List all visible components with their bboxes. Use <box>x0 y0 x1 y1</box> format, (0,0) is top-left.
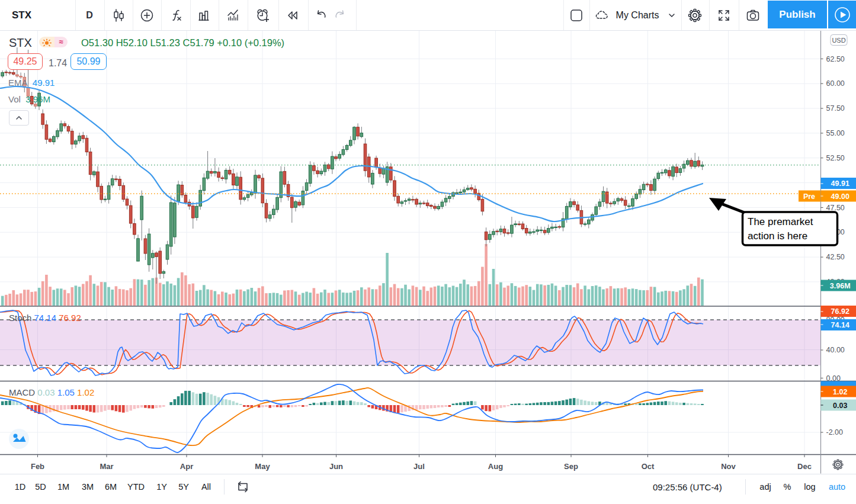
svg-text:Feb: Feb <box>31 462 44 471</box>
svg-text:Pre: Pre <box>803 192 815 201</box>
svg-text:74.14: 74.14 <box>831 321 849 329</box>
svg-text:57.50: 57.50 <box>826 104 845 113</box>
svg-text:Jul: Jul <box>413 462 425 471</box>
svg-text:40.00: 40.00 <box>826 346 845 354</box>
svg-text:Mar: Mar <box>100 462 113 471</box>
svg-text:Sep: Sep <box>564 462 578 471</box>
svg-text:1.02: 1.02 <box>833 388 847 396</box>
svg-text:USD: USD <box>832 37 845 44</box>
svg-text:52.50: 52.50 <box>826 154 845 162</box>
svg-text:42.50: 42.50 <box>826 253 845 261</box>
svg-text:Oct: Oct <box>642 462 655 471</box>
svg-text:47.50: 47.50 <box>826 204 845 212</box>
svg-text:Aug: Aug <box>488 462 503 471</box>
svg-text:76.92: 76.92 <box>831 307 849 316</box>
svg-text:-2.00: -2.00 <box>826 428 844 436</box>
svg-text:Apr: Apr <box>180 462 193 471</box>
svg-text:action is here: action is here <box>748 230 807 242</box>
svg-text:3.96M: 3.96M <box>830 282 851 290</box>
svg-text:Jun: Jun <box>329 462 343 471</box>
svg-text:49.00: 49.00 <box>831 192 849 201</box>
svg-text:Dec: Dec <box>797 462 812 471</box>
svg-text:The premarket: The premarket <box>748 216 813 227</box>
svg-text:0.03: 0.03 <box>833 402 847 410</box>
svg-text:62.50: 62.50 <box>826 55 845 63</box>
svg-text:Nov: Nov <box>721 462 736 471</box>
svg-text:55.00: 55.00 <box>826 129 845 137</box>
svg-text:60.00: 60.00 <box>826 79 845 88</box>
svg-text:49.91: 49.91 <box>831 179 849 188</box>
svg-text:May: May <box>255 462 270 471</box>
